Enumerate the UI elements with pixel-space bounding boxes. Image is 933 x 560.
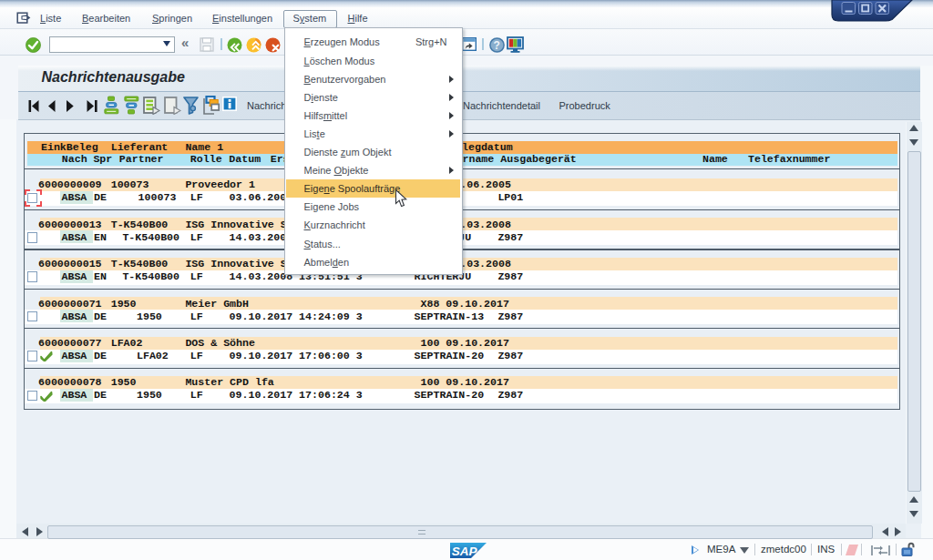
svg-text:?: ?	[494, 39, 500, 52]
svg-text:SAP: SAP	[452, 544, 478, 557]
